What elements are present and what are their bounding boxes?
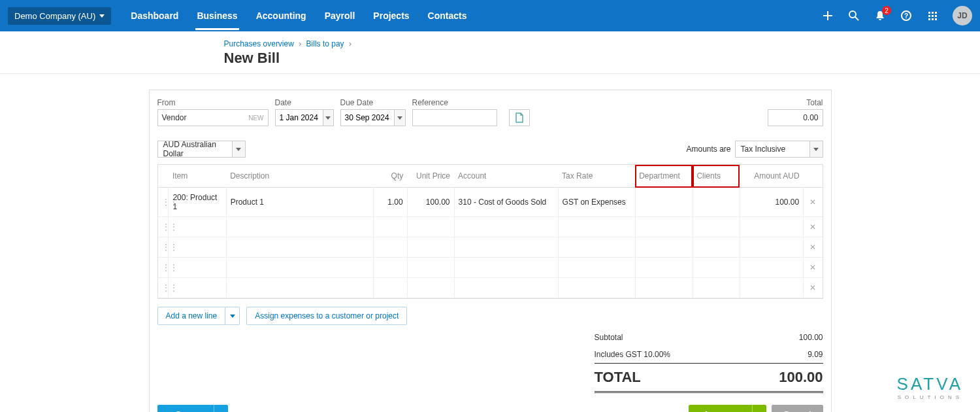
cell-tax-rate[interactable]: [558, 237, 635, 258]
due-dropdown[interactable]: [395, 109, 405, 126]
table-row[interactable]: ⋮⋮ ✕: [158, 217, 823, 237]
cell-clients[interactable]: [693, 258, 740, 278]
amounts-dropdown[interactable]: [810, 141, 823, 158]
approve-caret[interactable]: [752, 405, 766, 412]
currency-select[interactable]: AUD Australian Dollar: [157, 141, 246, 158]
cell-amount[interactable]: [740, 278, 803, 298]
save-caret[interactable]: [214, 405, 228, 412]
grand-total-label: TOTAL: [595, 369, 641, 386]
date-dropdown[interactable]: [323, 109, 334, 126]
breadcrumb-link-1[interactable]: Purchases overview: [224, 39, 294, 48]
avatar[interactable]: JD: [953, 6, 972, 26]
cell-department[interactable]: [635, 217, 693, 237]
due-input[interactable]: [340, 109, 395, 126]
from-value: Vendor: [162, 113, 187, 122]
from-input[interactable]: Vendor NEW: [157, 109, 269, 126]
cell-tax-rate[interactable]: [558, 258, 635, 278]
delete-row-icon[interactable]: ✕: [804, 278, 823, 298]
reference-input[interactable]: [412, 109, 497, 126]
delete-row-icon[interactable]: ✕: [804, 237, 823, 258]
cell-amount[interactable]: 100.00: [740, 188, 803, 217]
nav-dashboard[interactable]: Dashboard: [122, 1, 188, 30]
add-line-button[interactable]: Add a new line: [157, 307, 226, 325]
total-display: 0.00: [768, 109, 823, 126]
drag-handle-icon[interactable]: ⋮⋮: [158, 258, 169, 278]
drag-handle-icon[interactable]: ⋮⋮: [158, 278, 169, 298]
cell-clients[interactable]: [693, 278, 740, 298]
table-row[interactable]: ⋮⋮ ✕: [158, 278, 823, 298]
cell-unit-price[interactable]: [407, 258, 454, 278]
drag-handle-icon[interactable]: ⋮⋮: [158, 188, 169, 217]
notification-badge: 2: [882, 6, 891, 15]
svg-point-0: [849, 11, 856, 18]
delete-row-icon[interactable]: ✕: [804, 258, 823, 278]
table-row[interactable]: ⋮⋮ ✕: [158, 237, 823, 258]
cell-unit-price[interactable]: [407, 278, 454, 298]
add-line-split: Add a new line: [157, 307, 240, 325]
date-input[interactable]: [275, 109, 323, 126]
cell-account[interactable]: 310 - Cost of Goods Sold: [454, 188, 558, 217]
cell-description[interactable]: [226, 217, 374, 237]
cancel-button[interactable]: Cancel: [772, 405, 823, 412]
cell-qty[interactable]: 1.00: [374, 188, 407, 217]
cell-clients[interactable]: [693, 188, 740, 217]
delete-row-icon[interactable]: ✕: [804, 188, 823, 217]
delete-row-icon[interactable]: ✕: [804, 217, 823, 237]
cell-account[interactable]: [454, 217, 558, 237]
cell-department[interactable]: [635, 278, 693, 298]
nav-items: Dashboard Business Accounting Payroll Pr…: [122, 1, 476, 30]
cell-department[interactable]: [635, 188, 693, 217]
cell-description[interactable]: [226, 258, 374, 278]
apps-icon[interactable]: [926, 10, 938, 22]
nav-accounting[interactable]: Accounting: [247, 1, 316, 30]
cell-unit-price[interactable]: [407, 237, 454, 258]
search-icon[interactable]: [848, 10, 860, 22]
nav-projects[interactable]: Projects: [364, 1, 418, 30]
add-line-caret[interactable]: [225, 307, 240, 325]
breadcrumb-link-2[interactable]: Bills to pay: [306, 39, 344, 48]
attach-file-button[interactable]: [509, 109, 530, 126]
amounts-are-value: Tax Inclusive: [735, 141, 810, 158]
cell-tax-rate[interactable]: GST on Expenses: [558, 188, 635, 217]
cell-tax-rate[interactable]: [558, 217, 635, 237]
cell-qty[interactable]: [374, 237, 407, 258]
cell-tax-rate[interactable]: [558, 278, 635, 298]
table-row[interactable]: ⋮⋮ ✕: [158, 258, 823, 278]
cell-unit-price[interactable]: [407, 217, 454, 237]
nav-business[interactable]: Business: [188, 1, 246, 30]
cell-qty[interactable]: [374, 217, 407, 237]
cell-department[interactable]: [635, 258, 693, 278]
cell-amount[interactable]: [740, 237, 803, 258]
cell-description[interactable]: [226, 278, 374, 298]
cell-qty[interactable]: [374, 258, 407, 278]
cell-account[interactable]: [454, 278, 558, 298]
cell-account[interactable]: [454, 237, 558, 258]
nav-contacts[interactable]: Contacts: [419, 1, 476, 30]
cell-amount[interactable]: [740, 258, 803, 278]
cell-amount[interactable]: [740, 217, 803, 237]
cell-qty[interactable]: [374, 278, 407, 298]
assign-expenses-button[interactable]: Assign expenses to a customer or project: [246, 307, 407, 325]
drag-handle-icon[interactable]: ⋮⋮: [158, 217, 169, 237]
col-unit-price: Unit Price: [407, 165, 454, 188]
cell-department[interactable]: [635, 237, 693, 258]
drag-handle-icon[interactable]: ⋮⋮: [158, 237, 169, 258]
cell-clients[interactable]: [693, 217, 740, 237]
cell-account[interactable]: [454, 258, 558, 278]
cell-description[interactable]: [226, 237, 374, 258]
approve-button[interactable]: Approve: [689, 405, 752, 412]
cell-clients[interactable]: [693, 237, 740, 258]
col-qty: Qty: [374, 165, 407, 188]
help-icon[interactable]: ?: [900, 10, 912, 22]
table-row[interactable]: ⋮⋮ 200: Product 1 Product 1 1.00 100.00 …: [158, 188, 823, 217]
save-button[interactable]: Save: [157, 405, 214, 412]
cell-unit-price[interactable]: 100.00: [407, 188, 454, 217]
currency-dropdown[interactable]: [233, 141, 246, 158]
org-selector[interactable]: Demo Company (AU): [8, 7, 111, 25]
cell-description[interactable]: Product 1: [226, 188, 374, 217]
add-icon[interactable]: [822, 10, 834, 22]
currency-value: AUD Australian Dollar: [157, 141, 233, 158]
amounts-are-select[interactable]: Tax Inclusive: [735, 141, 823, 158]
notification-icon[interactable]: 2: [874, 10, 886, 22]
nav-payroll[interactable]: Payroll: [316, 1, 365, 30]
